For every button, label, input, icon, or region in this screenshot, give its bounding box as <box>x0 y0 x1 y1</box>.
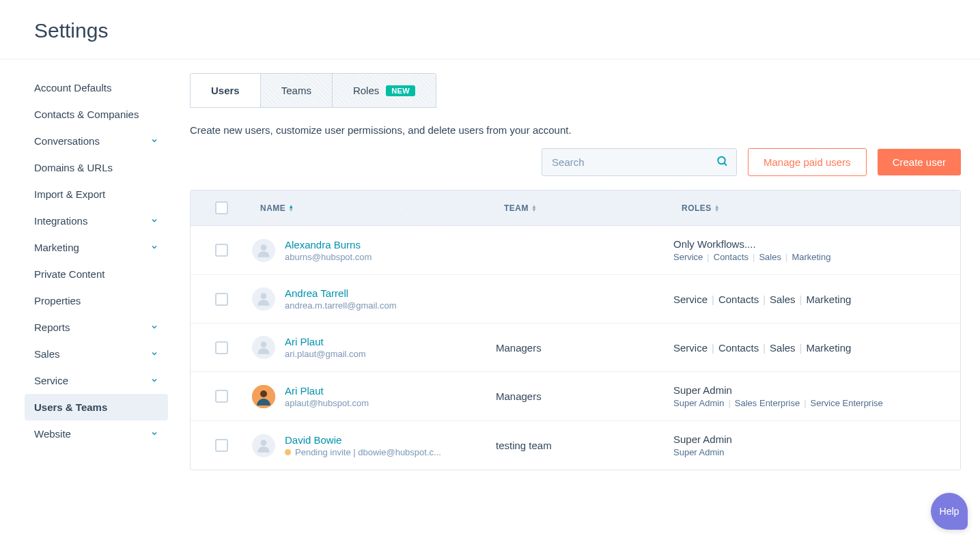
user-name-link[interactable]: Alexandra Burns <box>285 239 372 251</box>
page-title: Settings <box>0 0 980 59</box>
column-header-roles-label: ROLES <box>682 203 712 213</box>
name-block: Ari Plautaplaut@hubspot.com <box>285 385 369 408</box>
sidebar-item-label: Service <box>34 375 68 386</box>
row-checkbox[interactable] <box>215 439 228 452</box>
sidebar-item-private-content[interactable]: Private Content <box>25 261 168 287</box>
chevron-down-icon <box>150 349 158 360</box>
sidebar-item-label: Account Defaults <box>34 82 111 94</box>
sidebar-item-users-teams[interactable]: Users & Teams <box>25 394 168 420</box>
table-row: Ari Plautaplaut@hubspot.comManagersSuper… <box>191 372 960 421</box>
row-checkbox[interactable] <box>215 390 228 403</box>
sidebar-item-label: Import & Export <box>34 188 105 200</box>
avatar <box>252 239 275 262</box>
row-checkbox-cell <box>191 244 252 257</box>
select-all-cell <box>191 190 252 225</box>
column-header-team-label: TEAM <box>504 203 529 213</box>
user-name-link[interactable]: Andrea Tarrell <box>285 287 396 299</box>
new-badge: NEW <box>386 85 415 96</box>
user-name-link[interactable]: Ari Plaut <box>285 385 369 397</box>
tab-teams[interactable]: Teams <box>261 74 333 107</box>
sidebar-item-reports[interactable]: Reports <box>25 314 168 341</box>
roles-sub: Super Admin|Sales Enterprise|Service Ent… <box>673 398 960 408</box>
select-all-checkbox[interactable] <box>215 201 228 214</box>
role-tag: Service <box>673 342 708 354</box>
name-block: Andrea Tarrellandrea.m.tarrell@gmail.com <box>285 287 396 311</box>
separator: | <box>712 342 714 354</box>
roles-sub: Service|Contacts|Sales|Marketing <box>673 252 960 262</box>
table-row: David BowiePending invite | dbowie@hubsp… <box>191 421 960 470</box>
sidebar-item-label: Sales <box>34 348 60 360</box>
roles-main: Super Admin <box>673 433 960 445</box>
role-tag: Sales <box>770 342 796 354</box>
roles-cell: Service|Contacts|Sales|Marketing <box>673 342 960 354</box>
separator: | <box>707 252 709 262</box>
user-email: andrea.m.tarrell@gmail.com <box>285 300 396 311</box>
sidebar-item-marketing[interactable]: Marketing <box>25 234 168 261</box>
create-user-button[interactable]: Create user <box>878 149 961 175</box>
separator: | <box>785 252 787 262</box>
tab-roles[interactable]: RolesNEW <box>333 74 436 107</box>
role-tag: Service Enterprise <box>811 398 883 408</box>
svg-point-2 <box>261 244 267 251</box>
user-email: aburns@hubspot.com <box>285 252 372 262</box>
table-row: Alexandra Burnsaburns@hubspot.comOnly Wo… <box>191 226 960 275</box>
sidebar-item-sales[interactable]: Sales <box>25 341 168 367</box>
team-cell: testing team <box>496 440 673 451</box>
sort-icon: ▲▼ <box>714 205 720 212</box>
column-header-team[interactable]: TEAM ▲▼ <box>496 190 673 225</box>
sidebar-item-domains-urls[interactable]: Domains & URLs <box>25 154 168 181</box>
sidebar-item-label: Conversations <box>34 135 100 147</box>
svg-point-7 <box>261 440 267 446</box>
column-header-name[interactable]: NAME ▲▼ <box>252 190 496 225</box>
sidebar-item-website[interactable]: Website <box>25 420 168 447</box>
name-block: Ari Plautari.plaut@gmail.com <box>285 336 366 359</box>
sidebar-item-service[interactable]: Service <box>25 367 168 394</box>
tab-users[interactable]: Users <box>191 74 261 107</box>
role-tag: Sales <box>770 294 796 305</box>
avatar <box>252 287 275 311</box>
row-checkbox[interactable] <box>215 341 228 354</box>
separator: | <box>763 342 766 354</box>
name-block: David BowiePending invite | dbowie@hubsp… <box>285 434 441 457</box>
user-email: Pending invite | dbowie@hubspot.c... <box>285 447 441 457</box>
tab-description: Create new users, customize user permiss… <box>190 124 961 136</box>
name-cell: Ari Plautari.plaut@gmail.com <box>252 336 496 359</box>
role-tag: Marketing <box>806 342 851 354</box>
separator: | <box>800 294 802 305</box>
search-input[interactable] <box>542 148 737 176</box>
sidebar-item-label: Website <box>34 428 71 440</box>
role-tag: Contacts <box>718 342 759 354</box>
roles-main: Only Workflows.... <box>673 238 960 250</box>
sidebar-item-account-defaults[interactable]: Account Defaults <box>25 74 168 101</box>
sidebar-item-import-export[interactable]: Import & Export <box>25 181 168 208</box>
separator: | <box>800 342 802 354</box>
avatar <box>252 336 275 359</box>
search-wrap <box>542 148 737 176</box>
row-checkbox[interactable] <box>215 244 228 257</box>
table-row: Andrea Tarrellandrea.m.tarrell@gmail.com… <box>191 275 960 324</box>
chevron-down-icon <box>150 322 158 333</box>
sort-icon: ▲▼ <box>531 205 537 212</box>
row-checkbox[interactable] <box>215 293 228 306</box>
roles-sub: Super Admin <box>673 447 960 457</box>
name-cell: Andrea Tarrellandrea.m.tarrell@gmail.com <box>252 287 496 311</box>
column-header-roles[interactable]: ROLES ▲▼ <box>673 190 960 225</box>
search-icon[interactable] <box>716 155 729 169</box>
manage-paid-users-button[interactable]: Manage paid users <box>748 148 867 176</box>
sidebar-item-properties[interactable]: Properties <box>25 287 168 314</box>
svg-point-6 <box>260 390 267 397</box>
user-name-link[interactable]: Ari Plaut <box>285 336 366 347</box>
role-tag: Sales <box>759 252 781 262</box>
chevron-down-icon <box>150 216 158 227</box>
sidebar-item-label: Reports <box>34 322 70 333</box>
roles-list: Service|Contacts|Sales|Marketing <box>673 294 960 305</box>
sidebar-item-label: Users & Teams <box>34 401 107 413</box>
sidebar-item-contacts-companies[interactable]: Contacts & Companies <box>25 101 168 128</box>
sidebar-item-conversations[interactable]: Conversations <box>25 128 168 154</box>
row-checkbox-cell <box>191 293 252 306</box>
role-tag: Super Admin <box>673 398 724 408</box>
svg-line-1 <box>724 162 727 165</box>
settings-sidebar: Account DefaultsContacts & CompaniesConv… <box>0 59 176 470</box>
user-name-link[interactable]: David Bowie <box>285 434 441 446</box>
sidebar-item-integrations[interactable]: Integrations <box>25 208 168 234</box>
